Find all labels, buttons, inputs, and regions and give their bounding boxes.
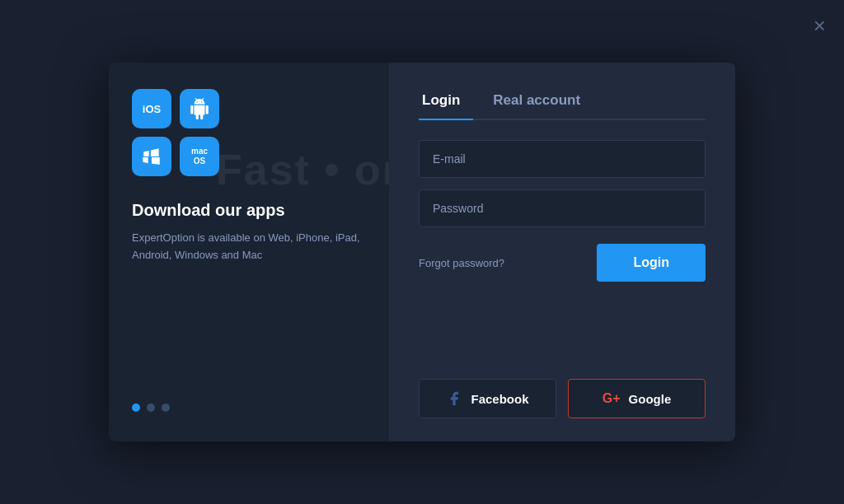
close-button[interactable]: × [814, 15, 826, 36]
facebook-login-button[interactable]: Facebook [419, 379, 556, 418]
email-input[interactable] [419, 140, 706, 178]
overlay: × iOS macOS Fast • on Download our apps [0, 0, 844, 504]
google-label: Google [629, 392, 672, 406]
dot-2[interactable] [147, 404, 155, 412]
tab-bar: Login Real account [419, 86, 706, 120]
watermark: Fast • on [216, 145, 389, 194]
email-group [419, 140, 706, 178]
left-panel: iOS macOS Fast • on Download our apps Ex… [109, 63, 389, 441]
login-button[interactable]: Login [597, 244, 706, 282]
facebook-icon [446, 390, 462, 407]
right-panel: Login Real account Forgot password? Logi… [389, 63, 735, 441]
google-login-button[interactable]: G+ Google [568, 379, 706, 418]
pagination-dots [132, 404, 366, 415]
password-group [419, 189, 706, 227]
forgot-password-link[interactable]: Forgot password? [419, 257, 504, 269]
action-row: Forgot password? Login [419, 244, 706, 282]
ios-icon: iOS [132, 89, 171, 128]
macos-icon: macOS [180, 137, 219, 176]
windows-icon [132, 137, 171, 176]
left-description: ExpertOption is available on Web, iPhone… [132, 230, 366, 264]
tab-real-account[interactable]: Real account [490, 86, 593, 119]
password-input[interactable] [419, 189, 706, 227]
facebook-label: Facebook [471, 392, 528, 406]
tab-login[interactable]: Login [419, 86, 473, 119]
dot-3[interactable] [162, 404, 170, 412]
android-icon [180, 89, 219, 128]
left-title: Download our apps [132, 201, 366, 220]
google-plus-icon: G+ [603, 391, 621, 406]
dot-1[interactable] [132, 404, 140, 412]
modal: iOS macOS Fast • on Download our apps Ex… [109, 63, 735, 441]
social-row: Facebook G+ Google [419, 379, 706, 418]
